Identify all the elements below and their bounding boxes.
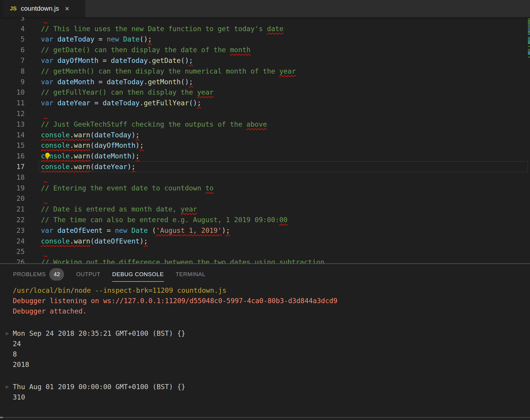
console-text: Thu Aug 01 2019 00:00:00 GMT+0100 (BST) … [13,383,185,391]
code-text: var dateYear = dateToday.getFullYear(); [41,99,201,107]
code-line-21[interactable]: 21// Date is entered as month date, year… [0,204,528,214]
panel-tab-output[interactable]: OUTPUT [76,271,100,278]
debug-console-divider-notch [0,417,3,418]
line-number[interactable]: 23 [0,227,41,234]
console-line: /usr/local/bin/node --inspect-brk=11209 … [0,285,530,296]
expand-arrow-icon[interactable]: ▷ [6,382,9,392]
code-text: var dateToday = new Date(); [41,35,152,43]
minimap-line-mark [528,31,530,31]
panel-tab-label: TERMINAL [176,271,206,278]
panel-tab-terminal[interactable]: TERMINAL [176,271,206,278]
code-line-15[interactable]: 15console.warn(dayOfMonth); [0,140,528,151]
minimap-line-mark [528,40,530,41]
code-line-16[interactable]: 16console.warn(dateMonth); [0,151,528,161]
debug-console-input-divider [0,417,530,418]
console-text: 8 [13,350,17,358]
line-number[interactable]: 16 [0,152,41,160]
code-editor[interactable]: 34// This line uses the new Date functio… [0,17,528,263]
line-number[interactable]: 4 [0,25,41,33]
code-text: console.warn(dateMonth); [41,152,139,160]
code-line-9[interactable]: 9var dateMonth = dateToday.getMonth(); [0,77,528,87]
line-number[interactable]: 18 [0,174,41,181]
line-number[interactable]: 25 [0,248,41,255]
line-number[interactable]: 8 [0,67,41,75]
code-text: var dateOfEvent = new Date ('August 1, 2… [41,227,230,234]
code-line-13[interactable]: 13// Just GeekTechStuff checking the out… [0,119,528,130]
tab-countdown-js[interactable]: JS countdown.js × [3,0,85,17]
line-number[interactable]: 26 [0,258,41,263]
code-text: // Entering the event date to countdown … [41,184,214,192]
line-number[interactable]: 12 [0,110,41,117]
code-line-7[interactable]: 7var dayOfMonth = dateToday.getDate(); [0,55,528,66]
vscode-window: JS countdown.js × 34// This line uses th… [0,0,530,420]
minimap-line-mark [528,38,530,39]
bottom-panel: PROBLEMS42OUTPUTDEBUG CONSOLETERMINAL /u… [0,263,530,420]
line-number[interactable]: 11 [0,99,41,107]
code-line-23[interactable]: 23var dateOfEvent = new Date ('August 1,… [0,225,528,236]
debug-console-output: /usr/local/bin/node --inspect-brk=11209 … [0,285,530,402]
minimap[interactable] [528,17,530,263]
code-line-11[interactable]: 11var dateYear = dateToday.getFullYear()… [0,98,528,108]
code-line-6[interactable]: 6// getDate() can then display the date … [0,44,528,55]
line-number[interactable]: 24 [0,237,41,245]
panel-tab-bar: PROBLEMS42OUTPUTDEBUG CONSOLETERMINAL [0,264,530,285]
code-line-26[interactable]: 26// Working out the difference between … [0,257,528,263]
code-line-24[interactable]: 24console.warn(dateOfEvent); [0,236,528,246]
line-number[interactable]: 5 [0,35,41,43]
minimap-line-mark [528,20,530,21]
code-line-18[interactable]: 18 [0,172,528,183]
console-line: 310 [0,392,530,402]
lightbulb-quickfix-icon[interactable] [43,152,52,160]
tab-title: countdown.js [21,5,59,12]
console-text: Debugger listening on ws://127.0.0.1:112… [13,297,337,305]
panel-tab-debug-console[interactable]: DEBUG CONSOLE [112,271,164,278]
line-number[interactable]: 3 [0,17,41,22]
line-number[interactable]: 13 [0,120,41,128]
line-number[interactable]: 22 [0,216,41,224]
code-line-19[interactable]: 19// Entering the event date to countdow… [0,183,528,193]
minimap-line-mark [528,53,530,54]
code-line-17[interactable]: 17console.warn(dateYear); [0,161,528,172]
minimap-line-mark [528,37,530,38]
expand-arrow-icon[interactable]: ▷ [6,328,9,339]
code-text: // getFullYear() can then display the ye… [41,88,214,96]
tab-bar-left-edge [0,0,3,17]
code-text: console.warn(dayOfMonth); [41,141,144,149]
code-line-20[interactable]: 20 [0,193,528,204]
panel-tab-label: OUTPUT [76,271,100,278]
minimap-line-mark [528,18,530,19]
code-line-22[interactable]: 22// The time can also be entered e.g. A… [0,214,528,225]
code-line-10[interactable]: 10// getFullYear() can then display the … [0,87,528,98]
console-gap [0,370,530,382]
console-gap [0,316,530,328]
line-number[interactable]: 20 [0,195,41,202]
line-number[interactable]: 14 [0,131,41,139]
line-number[interactable]: 15 [0,141,41,149]
code-line-25[interactable]: 25 [0,246,528,257]
code-text: console.warn(dateYear); [41,163,136,171]
code-line-3[interactable]: 3 [0,17,528,23]
code-line-5[interactable]: 5var dateToday = new Date(); [0,34,528,45]
code-text: // Working out the difference between th… [41,258,324,263]
panel-tab-label: PROBLEMS [13,271,46,278]
code-lines: 34// This line uses the new Date functio… [0,17,528,263]
code-line-8[interactable]: 8// getMonth() can then display the nume… [0,66,528,77]
close-tab-icon[interactable]: × [65,5,69,12]
code-line-14[interactable]: 14console.warn(dateToday); [0,130,528,140]
code-line-4[interactable]: 4// This line uses the new Date function… [0,23,528,34]
line-number[interactable]: 9 [0,78,41,86]
line-number[interactable]: 10 [0,88,41,96]
minimap-line-mark [528,29,530,30]
line-number[interactable]: 19 [0,184,41,192]
panel-tab-problems[interactable]: PROBLEMS42 [13,268,64,281]
code-text: console.warn(dateOfEvent); [41,237,148,245]
line-number[interactable]: 6 [0,46,41,54]
line-number[interactable]: 17 [0,163,41,171]
code-text: // getDate() can then display the date o… [41,46,250,54]
line-number[interactable]: 7 [0,57,41,64]
line-number[interactable]: 21 [0,205,41,213]
editor-tab-bar: JS countdown.js × [0,0,530,17]
code-line-12[interactable]: 12 [0,108,528,119]
code-text: var dayOfMonth = dateToday.getDate(); [41,57,193,64]
javascript-file-icon: JS [10,5,17,12]
